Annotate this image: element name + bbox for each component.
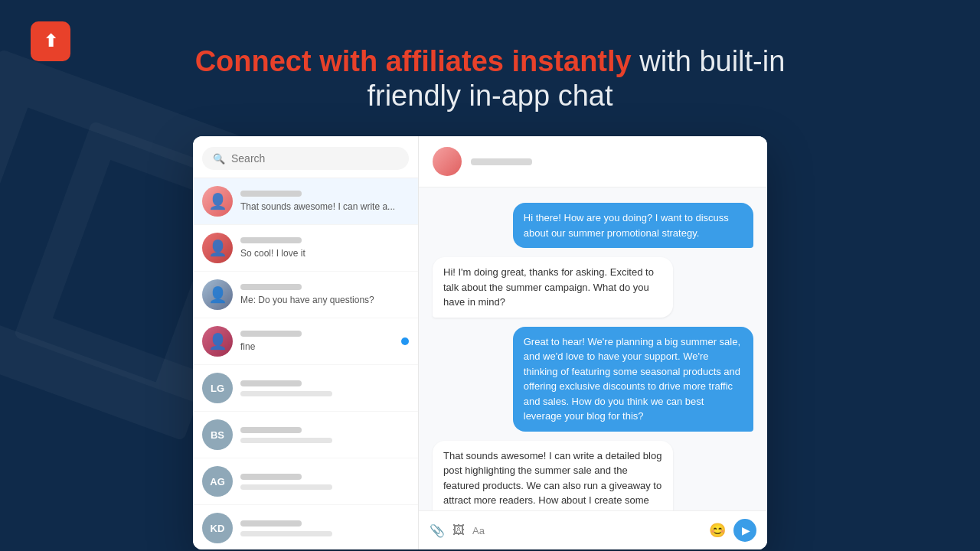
avatar-photo: 👤 (208, 239, 227, 257)
send-button[interactable]: ▶ (733, 519, 756, 542)
avatar: LG (202, 373, 233, 403)
message-sent: Great to hear! We're planning a big summ… (513, 327, 753, 432)
chat-header (419, 136, 767, 187)
chat-preview: That sounds awesome! I can write a... (240, 201, 409, 212)
app-mockup: 🔍 👤 That sounds awesome! I can write a..… (193, 136, 767, 549)
hero-title-normal: with built-in (632, 45, 786, 77)
send-arrow-icon: ▶ (742, 524, 750, 536)
avatar-photo: 👤 (208, 332, 227, 350)
avatar: 👤 (202, 326, 233, 357)
hero-title-highlight: Connect with affiliates instantly (195, 45, 632, 77)
attachment-icon[interactable]: 📎 (430, 523, 445, 538)
chat-item[interactable]: 👤 fine (193, 318, 418, 365)
chat-item[interactable]: AG (193, 458, 418, 505)
header-name-bar (471, 158, 532, 165)
chat-name-bar (240, 191, 302, 197)
avatar: KD (202, 513, 233, 543)
chat-name-bar (240, 331, 302, 337)
chat-preview: fine (240, 341, 394, 352)
avatar: 👤 (202, 233, 233, 263)
chat-item[interactable]: KD (193, 505, 418, 549)
chat-info: So cool! I love it (240, 237, 409, 259)
chat-input-area: 📎 🖼 Aa 😊 ▶ (419, 510, 767, 549)
chat-name-bar (240, 474, 302, 480)
chat-preview: Me: Do you have any questions? (240, 295, 409, 305)
chat-info: fine (240, 331, 394, 352)
message-received: That sounds awesome! I can write a detai… (433, 441, 673, 511)
chat-item[interactable]: 👤 Me: Do you have any questions? (193, 272, 418, 318)
header-avatar (433, 147, 462, 176)
avatar: BS (202, 419, 233, 450)
chat-info (240, 474, 409, 490)
search-input[interactable] (231, 152, 398, 165)
chat-name-bar (240, 380, 302, 386)
chat-preview-bar (240, 531, 332, 536)
message-input-placeholder[interactable]: Aa (472, 525, 701, 536)
chat-name-bar (240, 237, 302, 243)
avatar: AG (202, 466, 233, 497)
chat-item[interactable]: 👤 So cool! I love it (193, 225, 418, 272)
chat-preview-bar (240, 484, 332, 490)
chat-list: 🔍 👤 That sounds awesome! I can write a..… (193, 136, 419, 549)
search-bar: 🔍 (193, 136, 418, 178)
hero-subtitle: friendly in-app chat (0, 80, 980, 112)
chat-info (240, 380, 409, 396)
chat-item[interactable]: BS (193, 412, 418, 458)
chat-preview: So cool! I love it (240, 248, 409, 259)
image-icon[interactable]: 🖼 (452, 523, 465, 537)
chat-info (240, 520, 409, 536)
chat-window: Hi there! How are you doing? I want to d… (419, 136, 767, 549)
chat-preview-bar (240, 438, 332, 443)
chat-preview-bar (240, 391, 332, 396)
chat-info: That sounds awesome! I can write a... (240, 191, 409, 212)
chat-item[interactable]: 👤 That sounds awesome! I can write a... (193, 178, 418, 225)
unread-badge (401, 337, 409, 345)
chat-name-bar (240, 284, 302, 290)
avatar: 👤 (202, 279, 233, 310)
avatar-photo: 👤 (208, 192, 227, 210)
avatar: 👤 (202, 186, 233, 217)
avatar-photo: 👤 (208, 285, 227, 304)
search-icon: 🔍 (213, 153, 225, 165)
chat-info (240, 427, 409, 443)
chat-item[interactable]: LG (193, 365, 418, 412)
chat-name-bar (240, 427, 302, 433)
chat-items-list: 👤 That sounds awesome! I can write a... … (193, 178, 418, 549)
emoji-icon[interactable]: 😊 (709, 522, 726, 539)
chat-name-bar (240, 520, 302, 527)
search-input-wrap[interactable]: 🔍 (202, 147, 409, 170)
chat-info: Me: Do you have any questions? (240, 284, 409, 305)
message-sent: Hi there! How are you doing? I want to d… (513, 203, 753, 248)
messages-area: Hi there! How are you doing? I want to d… (419, 187, 767, 510)
message-received: Hi! I'm doing great, thanks for asking. … (433, 257, 673, 318)
hero-section: Connect with affiliates instantly with b… (0, 44, 980, 112)
hero-title: Connect with affiliates instantly with b… (0, 44, 980, 80)
